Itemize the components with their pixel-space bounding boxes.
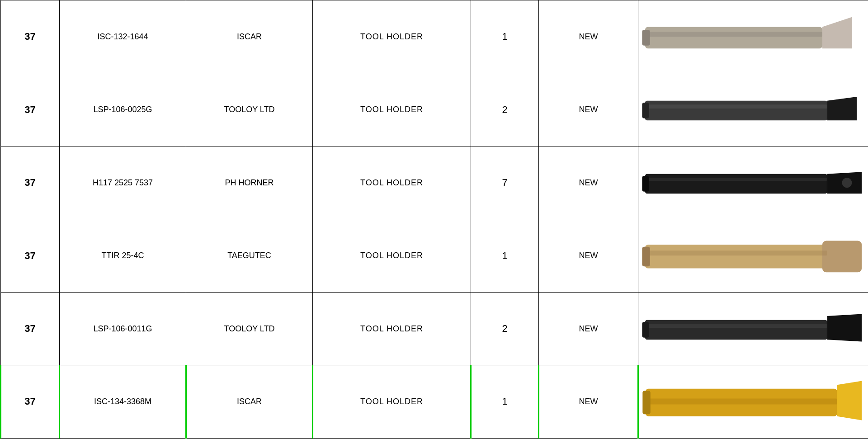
cell-brand: PH HORNER xyxy=(186,146,313,219)
cell-num: 37 xyxy=(1,219,60,292)
svg-rect-10 xyxy=(645,178,827,181)
cell-code: LSP-106-0025G xyxy=(60,73,186,146)
cell-status: NEW xyxy=(539,365,638,438)
inventory-table: 37 ISC-132-1644 ISCAR TOOL HOLDER 1 NEW … xyxy=(0,0,868,439)
cell-type: TOOL HOLDER xyxy=(313,0,471,73)
tool-image xyxy=(640,2,867,71)
table-row[interactable]: 37 LSP-106-0011G TOOLOY LTD TOOL HOLDER … xyxy=(1,292,868,365)
cell-code: ISC-132-1644 xyxy=(60,0,186,73)
cell-status: NEW xyxy=(539,146,638,219)
svg-rect-24 xyxy=(642,391,650,415)
tool-image xyxy=(641,367,867,436)
cell-brand: TOOLOY LTD xyxy=(186,292,313,365)
svg-marker-18 xyxy=(827,314,862,341)
tool-image xyxy=(640,294,867,363)
cell-image xyxy=(638,146,868,219)
svg-rect-16 xyxy=(642,247,650,267)
cell-type: TOOL HOLDER xyxy=(313,365,471,438)
cell-num: 37 xyxy=(1,0,60,73)
cell-num: 37 xyxy=(1,146,60,219)
svg-rect-19 xyxy=(645,324,827,328)
svg-rect-4 xyxy=(645,101,827,121)
table-row[interactable]: 37 ISC-134-3368M ISCAR TOOL HOLDER 1 NEW xyxy=(1,365,868,438)
svg-marker-1 xyxy=(822,17,852,49)
table-row[interactable]: 37 H117 2525 7537 PH HORNER TOOL HOLDER … xyxy=(1,146,868,219)
cell-qty: 7 xyxy=(471,146,539,219)
tool-image xyxy=(640,221,867,290)
cell-type: TOOL HOLDER xyxy=(313,219,471,292)
cell-image xyxy=(638,292,868,365)
cell-type: TOOL HOLDER xyxy=(313,73,471,146)
cell-status: NEW xyxy=(539,0,638,73)
cell-qty: 1 xyxy=(471,365,539,438)
svg-marker-22 xyxy=(837,381,862,420)
cell-image xyxy=(638,219,868,292)
cell-type: TOOL HOLDER xyxy=(313,146,471,219)
svg-rect-3 xyxy=(642,30,650,46)
cell-image xyxy=(638,0,868,73)
svg-rect-13 xyxy=(645,245,827,269)
svg-rect-11 xyxy=(642,176,649,192)
svg-rect-8 xyxy=(645,174,827,194)
cell-code: LSP-106-0011G xyxy=(60,292,186,365)
cell-num: 37 xyxy=(1,73,60,146)
cell-type: TOOL HOLDER xyxy=(313,292,471,365)
cell-image xyxy=(638,73,868,146)
cell-brand: TOOLOY LTD xyxy=(186,73,313,146)
cell-brand: ISCAR xyxy=(186,0,313,73)
svg-rect-17 xyxy=(645,320,827,340)
svg-rect-0 xyxy=(645,27,822,48)
table-row[interactable]: 37 LSP-106-0025G TOOLOY LTD TOOL HOLDER … xyxy=(1,73,868,146)
cell-brand: ISCAR xyxy=(186,365,313,438)
tool-image xyxy=(640,148,867,217)
svg-rect-14 xyxy=(822,241,862,273)
svg-rect-6 xyxy=(645,105,827,109)
cell-code: H117 2525 7537 xyxy=(60,146,186,219)
cell-qty: 2 xyxy=(471,292,539,365)
cell-qty: 2 xyxy=(471,73,539,146)
svg-rect-15 xyxy=(645,251,827,256)
cell-status: NEW xyxy=(539,73,638,146)
svg-rect-7 xyxy=(642,103,649,118)
cell-image xyxy=(638,365,868,438)
cell-qty: 1 xyxy=(471,219,539,292)
cell-code: ISC-134-3368M xyxy=(60,365,186,438)
svg-rect-20 xyxy=(642,322,649,338)
cell-num: 37 xyxy=(1,292,60,365)
tool-image xyxy=(640,75,867,144)
table-row[interactable]: 37 ISC-132-1644 ISCAR TOOL HOLDER 1 NEW xyxy=(1,0,868,73)
cell-qty: 1 xyxy=(471,0,539,73)
svg-marker-5 xyxy=(827,97,857,120)
table-container: 37 ISC-132-1644 ISCAR TOOL HOLDER 1 NEW … xyxy=(0,0,868,439)
cell-brand: TAEGUTEC xyxy=(186,219,313,292)
cell-code: TTIR 25-4C xyxy=(60,219,186,292)
cell-num: 37 xyxy=(1,365,60,438)
svg-rect-23 xyxy=(646,399,837,405)
svg-point-12 xyxy=(842,178,852,188)
svg-rect-2 xyxy=(645,32,822,37)
cell-status: NEW xyxy=(539,292,638,365)
table-row[interactable]: 37 TTIR 25-4C TAEGUTEC TOOL HOLDER 1 NEW xyxy=(1,219,868,292)
cell-status: NEW xyxy=(539,219,638,292)
